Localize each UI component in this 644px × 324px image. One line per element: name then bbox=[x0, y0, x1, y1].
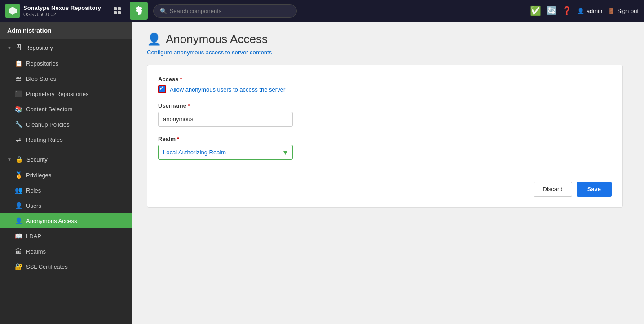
access-checkbox-wrapper[interactable] bbox=[158, 85, 166, 93]
sidebar-item-label: Blob Stores bbox=[26, 75, 56, 82]
realms-icon: 🏛 bbox=[14, 248, 22, 255]
access-checkbox[interactable] bbox=[158, 85, 166, 93]
routing-rules-icon: ⇄ bbox=[14, 136, 22, 143]
sidebar-section-repository[interactable]: ▼ 🗄 Repository bbox=[0, 39, 132, 56]
security-section-label: Security bbox=[26, 156, 48, 163]
search-icon: 🔍 bbox=[160, 8, 167, 14]
access-checkbox-label[interactable]: Allow anonymous users to access the serv… bbox=[170, 86, 285, 93]
status-icon: ✅ bbox=[530, 5, 541, 16]
page-subtitle: Configure anonymous access to server con… bbox=[147, 49, 630, 56]
realm-required: * bbox=[177, 136, 179, 142]
username-group: Username * bbox=[158, 102, 612, 127]
svg-rect-1 bbox=[114, 7, 117, 10]
anonymous-access-icon: 👤 bbox=[14, 217, 22, 224]
discard-button[interactable]: Discard bbox=[534, 182, 572, 197]
sidebar: Administration ▼ 🗄 Repository 📋 Reposito… bbox=[0, 22, 132, 324]
realm-select[interactable]: Local Authorizing Realm Default Role Rea… bbox=[158, 145, 293, 160]
form-divider bbox=[158, 169, 612, 169]
search-box[interactable]: 🔍 Search components bbox=[153, 4, 297, 18]
roles-icon: 👥 bbox=[14, 187, 22, 194]
brand-logo-icon bbox=[5, 4, 20, 18]
top-navigation: Sonatype Nexus Repository OSS 3.66.0-02 … bbox=[0, 0, 644, 22]
sidebar-item-proprietary-repos[interactable]: ⬛ Proprietary Repositories bbox=[0, 86, 132, 101]
user-avatar-icon: 👤 bbox=[577, 8, 584, 14]
svg-marker-0 bbox=[9, 7, 17, 15]
user-name: admin bbox=[587, 8, 602, 14]
sidebar-item-label: LDAP bbox=[26, 233, 41, 240]
sidebar-item-anonymous-access[interactable]: 👤 Anonymous Access bbox=[0, 213, 132, 228]
sign-out-button[interactable]: 🚪 Sign out bbox=[608, 8, 639, 14]
nav-right-area: ✅ 🔄 ❓ 👤 admin 🚪 Sign out bbox=[530, 5, 639, 16]
sidebar-item-repositories[interactable]: 📋 Repositories bbox=[0, 56, 132, 71]
refresh-icon[interactable]: 🔄 bbox=[547, 6, 556, 16]
users-icon: 👤 bbox=[14, 202, 22, 209]
user-menu[interactable]: 👤 admin bbox=[577, 8, 602, 14]
sidebar-divider-1 bbox=[0, 149, 132, 149]
sidebar-item-label: Anonymous Access bbox=[26, 218, 77, 224]
checkbox-row: Allow anonymous users to access the serv… bbox=[158, 85, 612, 93]
sidebar-item-label: Users bbox=[26, 202, 41, 209]
access-required: * bbox=[180, 76, 182, 83]
sidebar-item-label: SSL Certificates bbox=[26, 263, 68, 270]
chevron-down-icon: ▼ bbox=[7, 45, 12, 50]
sidebar-item-label: Content Selectors bbox=[26, 106, 72, 113]
access-group: Access * Allow anonymous users to access… bbox=[158, 76, 612, 93]
search-placeholder: Search components bbox=[170, 8, 222, 14]
sidebar-item-label: Repositories bbox=[26, 60, 58, 67]
sidebar-item-content-selectors[interactable]: 📚 Content Selectors bbox=[0, 101, 132, 117]
brand-version: OSS 3.66.0-02 bbox=[23, 12, 101, 17]
sidebar-item-label: Privileges bbox=[26, 172, 51, 179]
ssl-certificates-icon: 🔐 bbox=[14, 263, 22, 270]
save-button[interactable]: Save bbox=[577, 182, 612, 197]
sidebar-item-privileges[interactable]: 🏅 Privileges bbox=[0, 167, 132, 183]
form-actions: Discard Save bbox=[158, 178, 612, 197]
sidebar-item-label: Cleanup Policies bbox=[26, 121, 70, 128]
signout-label: Sign out bbox=[617, 8, 639, 14]
signout-icon: 🚪 bbox=[608, 8, 615, 14]
form-card: Access * Allow anonymous users to access… bbox=[147, 65, 623, 208]
proprietary-repos-icon: ⬛ bbox=[14, 90, 22, 97]
help-icon[interactable]: ❓ bbox=[562, 6, 572, 16]
brand-name: Sonatype Nexus Repository bbox=[23, 4, 101, 12]
settings-icon-button[interactable] bbox=[130, 2, 148, 20]
sidebar-item-blob-stores[interactable]: 🗃 Blob Stores bbox=[0, 71, 132, 86]
brand-logo-area: Sonatype Nexus Repository OSS 3.66.0-02 bbox=[5, 4, 101, 18]
svg-rect-4 bbox=[118, 11, 121, 14]
repositories-icon: 📋 bbox=[14, 60, 22, 67]
sidebar-item-label: Routing Rules bbox=[26, 136, 63, 143]
browse-icon-button[interactable] bbox=[108, 2, 126, 20]
sidebar-section-security[interactable]: ▼ 🔒 Security bbox=[0, 151, 132, 167]
chevron-down-icon: ▼ bbox=[7, 157, 12, 162]
sidebar-item-routing-rules[interactable]: ⇄ Routing Rules bbox=[0, 132, 132, 147]
username-required: * bbox=[188, 102, 190, 109]
realm-select-wrapper: Local Authorizing Realm Default Role Rea… bbox=[158, 145, 293, 160]
username-label: Username * bbox=[158, 102, 612, 109]
sidebar-item-roles[interactable]: 👥 Roles bbox=[0, 183, 132, 198]
content-selectors-icon: 📚 bbox=[14, 105, 22, 113]
sidebar-item-label: Roles bbox=[26, 187, 41, 194]
realm-group: Realm * Local Authorizing Realm Default … bbox=[158, 136, 612, 160]
brand-text-area: Sonatype Nexus Repository OSS 3.66.0-02 bbox=[23, 4, 101, 17]
page-title-icon: 👤 bbox=[147, 32, 161, 46]
security-section-icon: 🔒 bbox=[15, 156, 23, 163]
sidebar-item-ssl-certificates[interactable]: 🔐 SSL Certificates bbox=[0, 259, 132, 274]
access-label: Access * bbox=[158, 76, 612, 83]
svg-rect-2 bbox=[118, 7, 121, 10]
sidebar-item-realms[interactable]: 🏛 Realms bbox=[0, 244, 132, 259]
realm-label: Realm * bbox=[158, 136, 612, 142]
blob-stores-icon: 🗃 bbox=[14, 75, 22, 82]
username-input[interactable] bbox=[158, 112, 293, 127]
sidebar-item-users[interactable]: 👤 Users bbox=[0, 198, 132, 213]
privileges-icon: 🏅 bbox=[14, 171, 22, 179]
cleanup-policies-icon: 🔧 bbox=[14, 121, 22, 128]
sidebar-item-label: Proprietary Repositories bbox=[26, 91, 88, 97]
main-content: 👤 Anonymous Access Configure anonymous a… bbox=[132, 22, 644, 324]
sidebar-item-ldap[interactable]: 📖 LDAP bbox=[0, 228, 132, 244]
svg-rect-3 bbox=[114, 11, 117, 14]
page-header: 👤 Anonymous Access bbox=[147, 32, 630, 46]
sidebar-item-label: Realms bbox=[26, 248, 46, 255]
page-title: Anonymous Access bbox=[166, 32, 268, 46]
repository-section-label: Repository bbox=[25, 44, 53, 51]
ldap-icon: 📖 bbox=[14, 232, 22, 240]
sidebar-item-cleanup-policies[interactable]: 🔧 Cleanup Policies bbox=[0, 117, 132, 132]
